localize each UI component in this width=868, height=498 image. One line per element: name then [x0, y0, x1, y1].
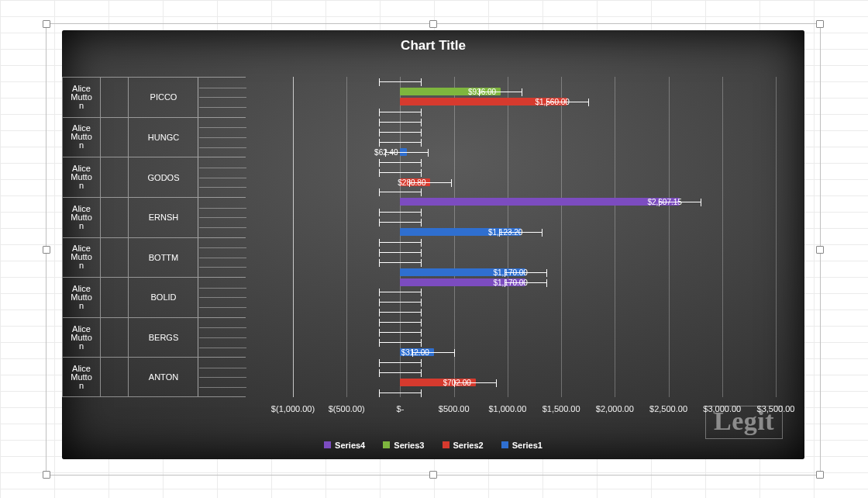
resize-handle-e[interactable]	[816, 246, 824, 254]
category-group: AliceMuttonBOTTM	[62, 237, 246, 278]
data-label: $936.00	[468, 88, 496, 96]
category-level1: AliceMutton	[63, 238, 100, 278]
legend-item-series2[interactable]: Series2	[443, 441, 484, 450]
chart-legend[interactable]: Series4 Series3 Series2 Series1	[62, 441, 804, 451]
x-axis-tick-label: $-	[397, 404, 405, 413]
category-level2	[100, 157, 129, 197]
category-tick-region	[199, 198, 246, 237]
category-level2	[100, 278, 129, 317]
category-tick-region	[199, 238, 246, 278]
error-bar	[379, 162, 422, 163]
legend-label: Series1	[512, 441, 542, 450]
y-axis-categories: AliceMuttonPICCOAliceMuttonHUNGCAliceMut…	[62, 77, 246, 397]
legend-label: Series4	[335, 441, 365, 450]
error-bar	[379, 132, 422, 133]
data-label: $1,123.20	[488, 228, 523, 237]
data-label: $2,607.15	[647, 198, 682, 206]
category-group: AliceMuttonPICCO	[62, 77, 246, 117]
category-level3: PICCO	[128, 78, 198, 117]
chart-plot-area[interactable]: Chart Title AliceMuttonPICCOAliceMuttonH…	[62, 30, 804, 459]
error-bar	[379, 81, 422, 82]
category-zero-sep	[198, 118, 198, 157]
category-level1: AliceMutton	[63, 318, 100, 358]
category-group: AliceMuttonBERGS	[62, 317, 246, 358]
chart-bars: $702.00$312.00$1,170.00$1,170.00$1,123.2…	[293, 77, 776, 397]
category-level3: ERNSH	[128, 198, 198, 237]
error-bar	[379, 372, 422, 373]
x-axis-tick-label: $500.00	[439, 404, 470, 413]
legend-label: Series3	[394, 441, 424, 450]
watermark-text: Legit	[705, 406, 783, 439]
x-axis-labels: $(1,000.00)$(500.00)$-$500.00$1,000.00$1…	[246, 404, 776, 417]
category-zero-sep	[198, 318, 198, 358]
error-bar	[379, 112, 422, 112]
resize-handle-ne[interactable]	[816, 20, 824, 28]
category-level3: ANTON	[128, 358, 198, 396]
error-bar	[379, 122, 422, 123]
category-zero-sep	[198, 358, 198, 396]
category-zero-sep	[198, 238, 198, 278]
category-zero-sep	[198, 278, 198, 317]
error-bar	[379, 362, 422, 363]
legend-item-series3[interactable]: Series3	[383, 441, 424, 450]
category-tick-region	[199, 118, 246, 157]
category-group: AliceMuttonGODOS	[62, 157, 246, 197]
category-level2	[100, 238, 129, 278]
category-level1: AliceMutton	[63, 358, 100, 396]
category-level2	[100, 318, 129, 358]
category-level1: AliceMutton	[63, 278, 100, 317]
chart-title[interactable]: Chart Title	[62, 38, 804, 54]
category-zero-sep	[198, 157, 198, 197]
resize-handle-nw[interactable]	[43, 20, 50, 28]
x-axis-tick-label: $1,500.00	[542, 404, 580, 413]
x-axis-tick-label: $1,000.00	[488, 404, 526, 413]
resize-handle-n[interactable]	[429, 20, 437, 28]
data-label: $1,560.00	[535, 98, 570, 106]
resize-handle-sw[interactable]	[43, 471, 50, 479]
error-bar	[379, 332, 422, 333]
data-label: $1,170.00	[493, 278, 528, 286]
category-level2	[100, 358, 129, 396]
error-bar	[379, 262, 422, 263]
resize-handle-s[interactable]	[429, 471, 437, 479]
category-tick-region	[199, 78, 246, 117]
category-group: AliceMuttonERNSH	[62, 197, 246, 237]
error-bar	[379, 192, 422, 192]
category-group: AliceMuttonHUNGC	[62, 117, 246, 157]
error-bar	[379, 393, 422, 393]
bar-series4[interactable]	[400, 198, 680, 206]
error-bar	[379, 322, 422, 323]
category-level3: GODOS	[128, 157, 198, 197]
error-bar	[379, 142, 422, 143]
category-group: AliceMuttonANTON	[62, 357, 246, 397]
legend-item-series4[interactable]: Series4	[324, 441, 365, 450]
x-axis-tick-label: $(500.00)	[329, 404, 365, 413]
category-tick-region	[199, 358, 246, 396]
category-level2	[100, 198, 129, 237]
x-axis-tick-label: $2,500.00	[649, 404, 687, 413]
error-bar	[379, 242, 422, 243]
category-zero-sep	[198, 198, 198, 237]
category-level1: AliceMutton	[63, 198, 100, 237]
category-level2	[100, 78, 129, 117]
data-label: $702.00	[443, 378, 471, 386]
error-bar	[379, 312, 422, 313]
resize-handle-se[interactable]	[816, 471, 824, 479]
category-level3: HUNGC	[128, 118, 198, 157]
category-zero-sep	[198, 78, 198, 117]
category-tick-region	[199, 318, 246, 358]
resize-handle-w[interactable]	[43, 246, 50, 254]
error-bar	[379, 302, 422, 303]
legend-item-series1[interactable]: Series1	[501, 441, 542, 450]
x-axis-tick-label: $2,000.00	[596, 404, 634, 413]
category-level3: BOTTM	[128, 238, 198, 278]
error-bar	[379, 252, 422, 253]
category-group: AliceMuttonBOLID	[62, 277, 246, 317]
category-level2	[100, 118, 129, 157]
chart-object[interactable]: Chart Title AliceMuttonPICCOAliceMuttonH…	[46, 23, 821, 476]
error-bar	[379, 342, 422, 343]
error-bar	[379, 172, 422, 173]
gridline	[776, 77, 777, 397]
error-bar	[379, 212, 422, 213]
category-level1: AliceMutton	[63, 118, 100, 157]
